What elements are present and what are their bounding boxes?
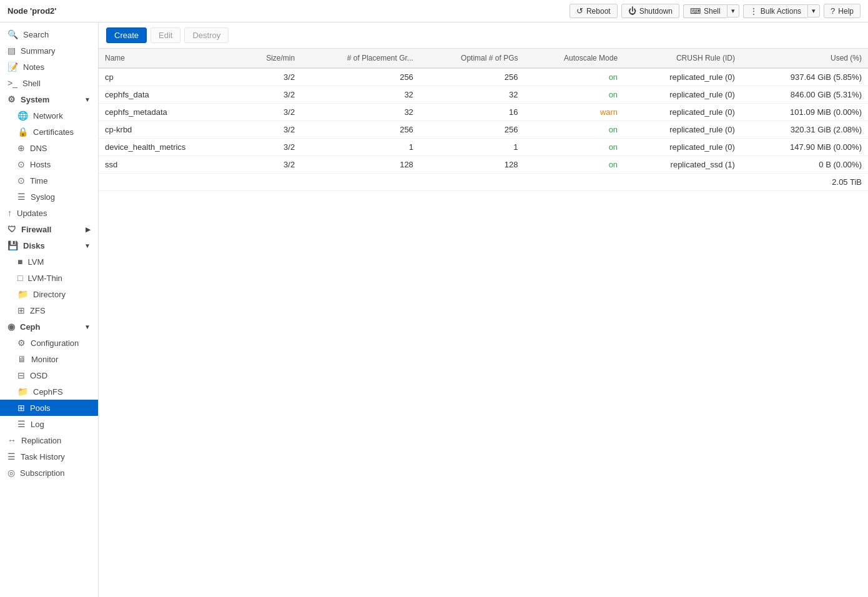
- cell-name: cp-krbd: [99, 121, 239, 139]
- cell-used: 147.90 MiB (0.00%): [741, 139, 868, 156]
- bulk-actions-dropdown-arrow[interactable]: ▾: [807, 4, 820, 17]
- sidebar-item-replication[interactable]: ↔ Replication: [0, 432, 98, 448]
- col-placement-groups[interactable]: # of Placement Gr...: [301, 49, 420, 68]
- sidebar-item-syslog[interactable]: ☰ Syslog: [0, 189, 98, 205]
- table-row[interactable]: cephfs_data 3/2 32 32 on replicated_rule…: [99, 86, 868, 104]
- cell-name: cp: [99, 68, 239, 86]
- pools-table: Name Size/min # of Placement Gr... Optim…: [99, 49, 868, 191]
- sidebar-section-disks[interactable]: 💾 Disks ▼: [0, 237, 98, 254]
- sidebar-item-shell[interactable]: >_ Shell: [0, 75, 98, 91]
- cell-size-min: 3/2: [239, 156, 301, 174]
- cell-optimal-pgs: 16: [420, 104, 525, 121]
- sidebar-item-task-history[interactable]: ☰ Task History: [0, 448, 98, 465]
- sidebar-item-updates[interactable]: ↑ Updates: [0, 205, 98, 221]
- sidebar-item-monitor[interactable]: 🖥 Monitor: [0, 351, 98, 367]
- col-size-min[interactable]: Size/min: [239, 49, 301, 68]
- help-button[interactable]: ? Help: [824, 4, 861, 18]
- reboot-icon: ↺: [576, 6, 583, 16]
- task-history-icon: ☰: [7, 451, 16, 461]
- sidebar-section-ceph[interactable]: ◉ Ceph ▼: [0, 318, 98, 335]
- sidebar-item-time[interactable]: ⊙ Time: [0, 172, 98, 189]
- sidebar-item-search[interactable]: 🔍 Search: [0, 26, 98, 42]
- cell-autoscale-mode: on: [524, 139, 624, 156]
- cell-autoscale-mode: on: [524, 156, 624, 174]
- cell-placement-groups: 128: [301, 156, 420, 174]
- content-area: Create Edit Destroy Name Size/min # of P…: [99, 22, 868, 597]
- system-collapse-arrow: ▼: [84, 96, 91, 103]
- cell-placement-groups: 32: [301, 104, 420, 121]
- summary-icon: ▤: [7, 46, 16, 56]
- shell-dropdown-arrow[interactable]: ▾: [727, 4, 739, 17]
- cell-used: 937.64 GiB (5.85%): [741, 68, 868, 86]
- cell-crush-rule: replicated_rule (0): [624, 68, 741, 86]
- col-used[interactable]: Used (%): [741, 49, 868, 68]
- cell-autoscale-mode: on: [524, 68, 624, 86]
- cell-optimal-pgs: 128: [420, 156, 525, 174]
- cell-crush-rule: replicated_rule (0): [624, 121, 741, 139]
- reboot-button[interactable]: ↺ Reboot: [570, 4, 618, 18]
- sidebar-item-network[interactable]: 🌐 Network: [0, 107, 98, 124]
- shutdown-button[interactable]: ⏻ Shutdown: [621, 4, 679, 18]
- cell-size-min: 3/2: [239, 68, 301, 86]
- col-name[interactable]: Name: [99, 49, 239, 68]
- col-autoscale-mode[interactable]: Autoscale Mode: [524, 49, 624, 68]
- cell-name: ssd: [99, 156, 239, 174]
- log-icon: ☰: [17, 419, 26, 429]
- sidebar-item-subscription[interactable]: ◎ Subscription: [0, 465, 98, 481]
- topbar: Node 'prod2' ↺ Reboot ⏻ Shutdown ⌨ Shell…: [0, 0, 868, 22]
- sidebar-item-dns[interactable]: ⊕ DNS: [0, 140, 98, 156]
- cell-name: cephfs_data: [99, 86, 239, 104]
- sidebar-item-pools[interactable]: ⊞ Pools: [0, 400, 98, 416]
- edit-button[interactable]: Edit: [150, 27, 180, 43]
- sidebar-item-summary[interactable]: ▤ Summary: [0, 42, 98, 59]
- col-crush-rule[interactable]: CRUSH Rule (ID): [624, 49, 741, 68]
- table-row[interactable]: device_health_metrics 3/2 1 1 on replica…: [99, 139, 868, 156]
- sidebar-item-log[interactable]: ☰ Log: [0, 416, 98, 432]
- sidebar-item-lvm[interactable]: ■ LVM: [0, 254, 98, 270]
- sidebar-item-certificates[interactable]: 🔒 Certificates: [0, 124, 98, 140]
- cephfs-icon: 📁: [17, 387, 28, 397]
- sidebar-item-lvm-thin[interactable]: □ LVM-Thin: [0, 270, 98, 286]
- sidebar-section-firewall[interactable]: 🛡 Firewall ▶: [0, 221, 98, 237]
- total-value: 2.05 TiB: [741, 174, 868, 191]
- sidebar-section-system[interactable]: ⚙ System ▼: [0, 91, 98, 107]
- create-button[interactable]: Create: [106, 27, 147, 43]
- cell-size-min: 3/2: [239, 121, 301, 139]
- table-row[interactable]: ssd 3/2 128 128 on replicated_ssd (1) 0 …: [99, 156, 868, 174]
- cell-placement-groups: 256: [301, 68, 420, 86]
- osd-icon: ⊟: [17, 370, 25, 380]
- sidebar: 🔍 Search ▤ Summary 📝 Notes >_ Shell ⚙ Sy…: [0, 22, 99, 597]
- sidebar-item-osd[interactable]: ⊟ OSD: [0, 367, 98, 383]
- cell-optimal-pgs: 1: [420, 139, 525, 156]
- col-optimal-pgs[interactable]: Optimal # of PGs: [420, 49, 525, 68]
- sidebar-item-directory[interactable]: 📁 Directory: [0, 286, 98, 302]
- shell-icon: ⌨: [690, 7, 701, 16]
- sidebar-item-notes[interactable]: 📝 Notes: [0, 59, 98, 75]
- cell-placement-groups: 1: [301, 139, 420, 156]
- shutdown-icon: ⏻: [628, 6, 636, 16]
- network-icon: 🌐: [17, 111, 28, 121]
- cell-size-min: 3/2: [239, 104, 301, 121]
- cell-optimal-pgs: 256: [420, 121, 525, 139]
- cell-used: 320.31 GiB (2.08%): [741, 121, 868, 139]
- notes-icon: 📝: [7, 62, 18, 72]
- pools-table-container: Name Size/min # of Placement Gr... Optim…: [99, 49, 868, 597]
- table-total-row: 2.05 TiB: [99, 174, 868, 191]
- table-row[interactable]: cp-krbd 3/2 256 256 on replicated_rule (…: [99, 121, 868, 139]
- table-row[interactable]: cp 3/2 256 256 on replicated_rule (0) 93…: [99, 68, 868, 86]
- pools-icon: ⊞: [17, 403, 25, 413]
- cell-used: 846.00 GiB (5.31%): [741, 86, 868, 104]
- certificates-icon: 🔒: [17, 127, 28, 137]
- system-icon: ⚙: [7, 94, 16, 104]
- table-row[interactable]: cephfs_metadata 3/2 32 16 warn replicate…: [99, 104, 868, 121]
- lvm-thin-icon: □: [17, 273, 22, 283]
- destroy-button[interactable]: Destroy: [184, 27, 229, 43]
- bulk-actions-button[interactable]: ⋮ Bulk Actions: [743, 4, 807, 18]
- sidebar-item-configuration[interactable]: ⚙ Configuration: [0, 335, 98, 351]
- sidebar-item-hosts[interactable]: ⊙ Hosts: [0, 156, 98, 172]
- shell-button[interactable]: ⌨ Shell: [683, 4, 727, 18]
- hosts-icon: ⊙: [17, 159, 25, 169]
- cell-size-min: 3/2: [239, 139, 301, 156]
- sidebar-item-cephfs[interactable]: 📁 CephFS: [0, 383, 98, 400]
- sidebar-item-zfs[interactable]: ⊞ ZFS: [0, 302, 98, 318]
